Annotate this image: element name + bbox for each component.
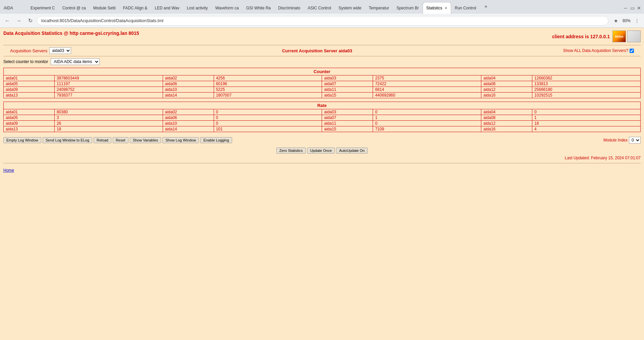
server-id-cell: aida08 xyxy=(481,81,532,87)
zero-statistics-button[interactable]: Zero Statistics xyxy=(276,148,306,154)
counter-value-cell: 10292515 xyxy=(532,93,641,98)
send-log-button[interactable]: Send Log Window to ELog xyxy=(43,137,92,143)
server-id-cell: aida05 xyxy=(4,81,55,87)
reset-button[interactable]: Reset xyxy=(113,137,128,143)
server-id-cell: aida16 xyxy=(481,93,532,98)
tab-gsi[interactable]: GSI White Ra xyxy=(243,2,274,14)
table-row: aida013878603449aida024256aida032375aida… xyxy=(4,75,641,81)
extensions-icon[interactable]: ⋮ xyxy=(633,16,641,25)
rate-value-cell: 7109 xyxy=(373,126,481,132)
rate-value-cell: 0 xyxy=(373,109,481,115)
counter-value-cell: 25666180 xyxy=(532,87,641,93)
table-row: aida0180380aida020aida030aida040 xyxy=(4,109,641,115)
server-id-cell: aida07 xyxy=(322,81,373,87)
address-bar-row: ← → ↻ ★ 80% ⋮ xyxy=(0,14,644,28)
restore-button[interactable]: ▭ xyxy=(630,6,635,10)
acquisition-server-select[interactable]: aida03 xyxy=(49,47,71,54)
show-log-button[interactable]: Show Log Window xyxy=(162,137,199,143)
rate-value-cell: 18 xyxy=(532,121,641,126)
table-row: aida137938377aida141807007aida1544069286… xyxy=(4,93,641,98)
midas-logo: Midas xyxy=(612,31,626,42)
minimize-button[interactable]: ─ xyxy=(623,6,628,10)
table-row: aida1318aida14101aida157109aida164 xyxy=(4,126,641,132)
auto-update-button[interactable]: AutoUpdate On xyxy=(336,148,368,154)
enable-logging-button[interactable]: Enable Logging xyxy=(200,137,232,143)
tab-experiment[interactable]: Experiment C xyxy=(27,2,59,14)
table-row: aida05111197aida0660196aida0772422aida08… xyxy=(4,81,641,87)
server-id-cell: aida01 xyxy=(4,75,55,81)
tab-statistics[interactable]: Statistics ✕ xyxy=(423,2,451,14)
rate-value-cell: 0 xyxy=(214,115,322,121)
tab-fadc[interactable]: FADC Align & xyxy=(119,2,151,14)
acquisition-servers-row: Acquisition Servers aida03 Current Acqui… xyxy=(3,45,641,56)
tab-aida[interactable]: AIDA xyxy=(0,2,27,14)
actions-left: Empty Log Window Send Log Window to ELog… xyxy=(3,137,232,143)
show-all-servers-checkbox[interactable] xyxy=(630,49,634,53)
rate-section-header: Rate xyxy=(3,102,641,109)
last-updated: Last Updated: February 15, 2024 07:01:07 xyxy=(3,156,641,160)
server-id-cell: aida06 xyxy=(163,81,214,87)
counter-select-dropdown[interactable]: AIDA ADC data items xyxy=(51,58,100,65)
counter-value-cell: 3878603449 xyxy=(54,75,163,81)
server-id-cell: aida07 xyxy=(322,115,373,121)
browser-chrome: AIDA Experiment C Control @ ca Module Se… xyxy=(0,0,644,28)
counter-value-cell: 7938377 xyxy=(54,93,163,98)
rate-value-cell: 0 xyxy=(214,121,322,126)
server-id-cell: aida02 xyxy=(163,75,214,81)
server-id-cell: aida04 xyxy=(481,109,532,115)
rate-value-cell: 4 xyxy=(532,126,641,132)
zoom-level: 80% xyxy=(623,18,631,23)
update-once-button[interactable]: Update Once xyxy=(307,148,335,154)
tab-led[interactable]: LED and Wav xyxy=(151,2,183,14)
rate-value-cell: 26 xyxy=(54,121,163,126)
rate-value-cell: 18 xyxy=(54,126,163,132)
tab-temperature[interactable]: Temperatur xyxy=(365,2,393,14)
close-window-button[interactable]: ✕ xyxy=(637,6,641,10)
tab-asic[interactable]: ASIC Control xyxy=(304,2,335,14)
server-id-cell: aida09 xyxy=(4,87,55,93)
tab-spectrum[interactable]: Spectrum Br xyxy=(393,2,423,14)
page-title: Data Acquisition Statistics @ http carme… xyxy=(3,31,139,36)
tab-actions: ─ ▭ ✕ xyxy=(623,2,644,14)
server-id-cell: aida06 xyxy=(163,115,214,121)
reload-button[interactable]: ↻ xyxy=(25,16,35,25)
table-row: aida053aida060aida071aida081 xyxy=(4,115,641,121)
home-link[interactable]: Home xyxy=(3,168,14,173)
counter-value-cell: 4256 xyxy=(214,75,322,81)
new-tab-button[interactable]: + xyxy=(481,2,491,11)
rate-value-cell: 0 xyxy=(532,109,641,115)
server-id-cell: aida09 xyxy=(4,121,55,126)
forward-button[interactable]: → xyxy=(14,16,23,25)
logo-area: Midas xyxy=(612,31,641,42)
tab-control[interactable]: Control @ ca xyxy=(59,2,90,14)
counter-value-cell: 12660362 xyxy=(532,75,641,81)
counter-value-cell: 5225 xyxy=(214,87,322,93)
rate-value-cell: 0 xyxy=(214,109,322,115)
empty-log-button[interactable]: Empty Log Window xyxy=(3,137,41,143)
reload-page-button[interactable]: Reload xyxy=(94,137,111,143)
tab-run[interactable]: Run Control xyxy=(451,2,480,14)
tab-system[interactable]: System wide xyxy=(335,2,365,14)
address-input[interactable] xyxy=(37,16,608,25)
server-id-cell: aida05 xyxy=(4,115,55,121)
tab-waveform[interactable]: Waveform ca xyxy=(212,2,243,14)
server-id-cell: aida12 xyxy=(481,121,532,126)
tab-module[interactable]: Module Setti xyxy=(90,2,119,14)
tab-lost[interactable]: Lost activity xyxy=(183,2,212,14)
server-id-cell: aida10 xyxy=(163,121,214,126)
separator xyxy=(3,163,641,163)
server-id-cell: aida15 xyxy=(322,93,373,98)
back-button[interactable]: ← xyxy=(3,16,12,25)
server-id-cell: aida13 xyxy=(4,93,55,98)
close-tab-icon[interactable]: ✕ xyxy=(444,6,447,10)
tab-discriminator[interactable]: Discriminato xyxy=(274,2,304,14)
server-id-cell: aida03 xyxy=(322,75,373,81)
show-variables-button[interactable]: Show Variables xyxy=(130,137,161,143)
module-index-select[interactable]: 0 xyxy=(629,137,641,144)
page-content: Data Acquisition Statistics @ http carme… xyxy=(0,28,644,340)
bookmarks-icon[interactable]: ★ xyxy=(612,16,621,25)
server-id-cell: aida01 xyxy=(4,109,55,115)
acquisition-servers-label: Acquisition Servers xyxy=(10,48,47,53)
counter-section-header: Counter xyxy=(3,68,641,75)
client-address: client address is 127.0.0.1 xyxy=(552,34,610,39)
